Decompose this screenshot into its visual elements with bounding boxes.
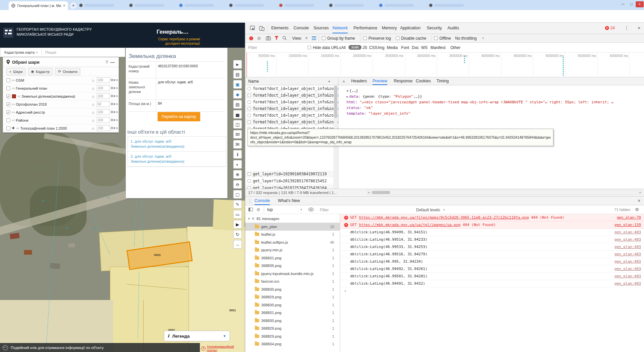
- group-by-frame-checkbox[interactable]: [322, 36, 325, 40]
- drag-handle-icon[interactable]: ≡≡: [17, 95, 20, 98]
- console-file-item[interactable]: favicon.ico1: [245, 278, 340, 286]
- device-toolbar-icon[interactable]: [259, 26, 265, 31]
- network-request-row[interactable]: format?doct_id=layer_object_info&zoom=20…: [245, 112, 338, 119]
- request-checkbox[interactable]: [248, 114, 251, 117]
- goto-card-button[interactable]: Перейти на картку: [158, 112, 200, 121]
- drag-handle-icon[interactable]: ≡≡: [12, 79, 15, 82]
- request-checkbox[interactable]: [248, 100, 251, 104]
- log-levels-select[interactable]: Default levels: [416, 208, 440, 212]
- devtools-menu-icon[interactable]: ⋮: [624, 25, 629, 31]
- legend-toggle[interactable]: ℹ Легенда ▾: [164, 331, 230, 341]
- console-message[interactable]: dblclick:LatLng(46.99533, 31.94253)gen_p…: [340, 243, 644, 251]
- console-message[interactable]: dblclick:LatLng(46.99516, 31.94279)gen_p…: [340, 251, 644, 258]
- layer-visibility-checkbox[interactable]: ✓: [6, 102, 10, 106]
- console-file-item[interactable]: leaflet.js1: [245, 231, 340, 239]
- record-icon[interactable]: [249, 36, 253, 40]
- chart-button[interactable]: ▅: [233, 110, 242, 119]
- devtools-tab-performance[interactable]: Performance: [353, 26, 377, 30]
- view-waterfall-icon[interactable]: [312, 36, 316, 40]
- filter-type-css[interactable]: CSS: [369, 45, 377, 50]
- portal-logo[interactable]: [3, 28, 13, 38]
- rectangle-button[interactable]: ▭: [233, 210, 242, 219]
- layer-style-icon[interactable]: ☼: [91, 118, 95, 123]
- view-3k-button[interactable]: 3K: [233, 140, 242, 149]
- pointer-button[interactable]: ►: [233, 60, 242, 69]
- drag-handle-icon[interactable]: ≡≡: [12, 119, 15, 122]
- context-select[interactable]: top: [267, 207, 273, 212]
- source-link[interactable]: gen_plan:403: [615, 245, 641, 249]
- console-filter-input[interactable]: Filter: [320, 208, 329, 212]
- background-tab[interactable]: [129, 3, 164, 8]
- layer-visibility-checkbox[interactable]: [6, 78, 10, 82]
- console-file-item[interactable]: 368831.png1: [245, 254, 340, 262]
- devtools-tab-elements[interactable]: Elements: [271, 26, 289, 30]
- filter-type-img[interactable]: Img: [378, 45, 384, 50]
- network-filter-input[interactable]: Filter: [248, 45, 257, 50]
- layer-opacity-input[interactable]: 100: [97, 125, 110, 131]
- console-tab-what-s-new[interactable]: What's New: [278, 198, 300, 203]
- throttling-select[interactable]: No throttling: [455, 36, 477, 41]
- layer-style-icon[interactable]: ☼: [91, 110, 95, 115]
- devtools-tab-memory[interactable]: Memory: [382, 26, 397, 30]
- request-checkbox[interactable]: [248, 94, 251, 97]
- layer-settings-icon[interactable]: ⚙▾: [110, 78, 115, 82]
- maximize-button[interactable]: □: [627, 1, 635, 7]
- detail-tab-headers[interactable]: Headers: [351, 79, 367, 83]
- view-list-icon[interactable]: ≡: [305, 36, 308, 40]
- close-button[interactable]: ×: [636, 1, 644, 7]
- console-prompt[interactable]: ›: [340, 287, 644, 295]
- filter-funnel-icon[interactable]: [275, 36, 279, 40]
- add-layers-button[interactable]: +Шари: [6, 68, 26, 75]
- console-file-item[interactable]: 368834.png1: [245, 340, 340, 348]
- layer-opacity-input[interactable]: 100: [97, 117, 110, 123]
- console-sidebar-icon[interactable]: [249, 208, 253, 211]
- console-message[interactable]: dblclick:LatLng(46.99499, 31.94151)gen_p…: [340, 229, 644, 236]
- layer-settings-icon[interactable]: ⚙▾: [110, 118, 115, 122]
- network-timeline[interactable]: 500000 ms1000000 ms1500000 ms2000000 ms2…: [245, 53, 644, 77]
- layer-remove-icon[interactable]: ✕: [116, 94, 118, 98]
- offline-checkbox[interactable]: [434, 36, 438, 40]
- detail-tab-timing[interactable]: Timing: [436, 79, 449, 83]
- layer-settings-icon[interactable]: ⚙▾: [110, 110, 115, 114]
- collapse-icon[interactable]: —: [110, 60, 115, 65]
- background-tab[interactable]: [379, 3, 414, 8]
- background-tab[interactable]: [79, 3, 114, 8]
- drag-handle-icon[interactable]: ≡≡: [12, 103, 15, 106]
- clear-console-icon[interactable]: ⊘: [257, 207, 260, 212]
- zoom-out-button[interactable]: ⊖: [233, 180, 242, 189]
- other-object-link[interactable]: 1. для обслуг. індив. ж/бЗемельні ділянк…: [128, 137, 226, 152]
- console-message[interactable]: dblclick:LatLng(46.995, 31.94234)gen_pla…: [340, 258, 644, 265]
- devtools-tab-sources[interactable]: Sources: [314, 26, 329, 30]
- globe-button[interactable]: ◐: [233, 160, 242, 169]
- layer-remove-icon[interactable]: ✕: [116, 126, 118, 130]
- drag-handle-icon[interactable]: ≡≡: [16, 127, 19, 130]
- layer-style-icon[interactable]: ☼: [91, 78, 95, 83]
- clear-icon[interactable]: ⊘: [257, 36, 261, 41]
- cursor-button[interactable]: ▶: [233, 220, 242, 229]
- source-link[interactable]: gen_plan:403: [615, 230, 641, 234]
- horizontal-scrollbar[interactable]: ◂ ▸: [367, 190, 642, 195]
- layer-opacity-input[interactable]: 100: [97, 109, 110, 115]
- detail-close-icon[interactable]: ×: [342, 79, 345, 84]
- filter-type-xhr[interactable]: XHR: [348, 45, 361, 50]
- detail-tab-preview[interactable]: Preview: [372, 79, 387, 85]
- eye-icon[interactable]: [309, 208, 314, 211]
- request-checkbox[interactable]: [248, 120, 251, 124]
- console-file-item[interactable]: 368829.png1: [245, 293, 340, 301]
- search-category-dropdown[interactable]: Кадастрова карта: [4, 50, 35, 54]
- filter-type-media[interactable]: Media: [387, 45, 398, 50]
- layer-settings-icon[interactable]: ⚙▾: [110, 94, 115, 98]
- console-message[interactable]: ✕GET https://mbk.mkrada.gov.ua/ua/tpl/im…: [340, 221, 644, 229]
- drag-handle-icon[interactable]: ≡≡: [12, 111, 15, 114]
- hidden-messages-count[interactable]: 71 hidden: [614, 208, 630, 212]
- measure-button[interactable]: ✎: [233, 200, 242, 209]
- info-button[interactable]: ℹ: [233, 150, 242, 159]
- filter-type-js[interactable]: JS: [362, 45, 367, 50]
- console-message[interactable]: dblclick:LatLng(46.99514, 31.94233)gen_p…: [340, 236, 644, 243]
- request-checkbox[interactable]: [248, 107, 251, 110]
- layer-visibility-checkbox[interactable]: [6, 118, 10, 122]
- console-settings-icon[interactable]: ⚙: [635, 207, 639, 212]
- hide-data-urls-checkbox[interactable]: [308, 46, 311, 49]
- devtools-tab-audits[interactable]: Audits: [447, 26, 459, 30]
- console-message[interactable]: ✕GET https://mbk.mkrada.gov.ua/files/map…: [340, 214, 644, 221]
